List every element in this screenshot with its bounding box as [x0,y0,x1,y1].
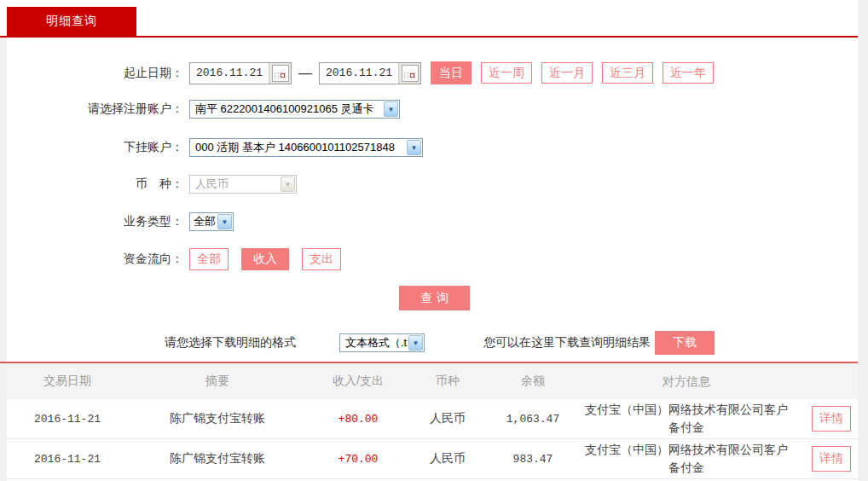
cell-summary: 陈广锦支付宝转账 [128,411,307,426]
end-date-field [319,62,421,84]
header-date: 交易日期 [7,374,128,389]
sub-account-value: 000 活期 基本户 1406600101102571848 [190,140,406,155]
end-date-input[interactable] [320,63,398,84]
download-format-select[interactable]: 文本格式（.txt） ▼ [339,333,425,352]
chevron-down-icon[interactable]: ▼ [384,101,398,117]
tab-underline [0,36,858,38]
cell-summary: 陈广锦支付宝转账 [128,451,307,467]
results-table: 交易日期 摘要 收入/支出 币种 余额 对方信息 2016-11-21 陈广锦支… [7,363,858,479]
download-hint: 您可以在这里下载查询明细结果 [483,335,651,351]
header-balance: 余额 [486,374,580,389]
date-range-label: 起止日期： [0,66,183,81]
chevron-down-icon[interactable]: ▼ [217,214,232,229]
chevron-down-icon[interactable]: ▼ [407,140,421,155]
business-type-value: 全部 [190,214,217,229]
header-counterparty: 对方信息 [580,373,793,391]
detail-button[interactable]: 详情 [812,406,851,432]
registered-account-select[interactable]: 南平 6222001406100921065 灵通卡 ▼ [189,100,400,119]
business-type-row: 业务类型： 全部 ▼ [0,212,858,231]
currency-value: 人民币 [190,177,280,192]
detail-query-page: 明细查询 起止日期： — 当日 近一周 近一月 近三月 近一年 请选择注册账户：… [0,0,868,481]
range-today-button[interactable]: 当日 [431,61,472,84]
cell-currency: 人民币 [409,411,486,426]
header-currency: 币种 [409,374,486,389]
chevron-down-icon: ▼ [281,177,295,192]
table-row: 2016-11-21 陈广锦支付宝转账 +70.00 人民币 983.47 支付… [7,439,858,479]
cell-amount: +70.00 [307,453,409,466]
table-header-row: 交易日期 摘要 收入/支出 币种 余额 对方信息 [7,363,858,399]
sub-account-row: 下挂账户： 000 活期 基本户 1406600101102571848 ▼ [0,138,858,157]
fund-flow-label: 资金流向： [0,252,183,267]
range-week-button[interactable]: 近一周 [481,62,532,84]
download-row: 请您选择下载明细的格式 文本格式（.txt） ▼ 您可以在这里下载查询明细结果 … [0,333,858,356]
header-summary: 摘要 [128,374,307,389]
query-button[interactable]: 查询 [399,286,470,310]
fund-flow-all-button[interactable]: 全部 [189,248,229,270]
download-button[interactable]: 下载 [655,331,715,355]
registered-account-value: 南平 6222001406100921065 灵通卡 [190,101,383,117]
start-date-input[interactable] [190,63,269,84]
cell-date: 2016-11-21 [7,413,128,426]
cell-counterparty: 支付宝（中国）网络技术有限公司客户备付金 [580,401,793,437]
cell-balance: 983.47 [486,453,580,466]
start-date-field [189,62,292,84]
cell-amount: +80.00 [307,413,409,426]
chevron-down-icon[interactable]: ▼ [408,335,423,351]
range-month-button[interactable]: 近一月 [541,62,593,84]
cell-currency: 人民币 [409,451,486,467]
range-three-months-button[interactable]: 近三月 [602,62,653,84]
fund-flow-row: 资金流向： 全部 收入 支出 [0,248,858,270]
start-date-calendar-icon[interactable] [269,63,291,84]
header-amount: 收入/支出 [307,374,409,389]
currency-row: 币 种： 人民币 ▼ [0,175,858,194]
cell-balance: 1,063.47 [486,413,580,426]
registered-account-label: 请选择注册账户： [0,101,183,117]
cell-date: 2016-11-21 [7,453,128,466]
detail-button[interactable]: 详情 [812,446,851,472]
registered-account-row: 请选择注册账户： 南平 6222001406100921065 灵通卡 ▼ [0,100,858,119]
business-type-label: 业务类型： [0,214,183,229]
fund-flow-income-button[interactable]: 收入 [241,248,289,270]
download-format-value: 文本格式（.txt） [340,335,408,351]
cell-counterparty: 支付宝（中国）网络技术有限公司客户备付金 [580,441,793,477]
table-row: 2016-11-21 陈广锦支付宝转账 +80.00 人民币 1,063.47 … [7,399,858,439]
date-range-separator: — [298,66,312,81]
sub-account-label: 下挂账户： [0,140,183,155]
currency-select: 人民币 ▼ [189,175,297,194]
fund-flow-expense-button[interactable]: 支出 [302,248,341,270]
range-year-button[interactable]: 近一年 [663,62,714,84]
end-date-calendar-icon[interactable] [398,63,420,84]
business-type-select[interactable]: 全部 ▼ [189,212,234,231]
sub-account-select[interactable]: 000 活期 基本户 1406600101102571848 ▼ [189,138,423,157]
download-format-label: 请您选择下载明细的格式 [165,335,296,351]
currency-label: 币 种： [0,177,183,192]
tab-detail-query[interactable]: 明细查询 [7,7,136,36]
date-range-row: 起止日期： — 当日 近一周 近一月 近三月 近一年 [0,61,858,84]
